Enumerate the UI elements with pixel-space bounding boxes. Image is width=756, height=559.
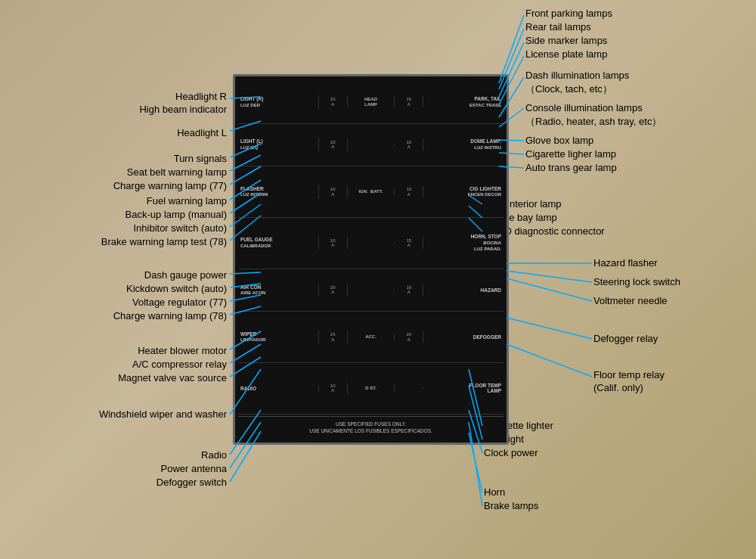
label-brake-lamps: Brake lamps	[484, 500, 538, 513]
label-headlight-l: Headlight L	[177, 127, 227, 140]
label-front-parking: Front parking lamps	[525, 8, 612, 20]
label-rear-tail: Rear tail lamps	[525, 21, 591, 34]
label-fuel-warning: Fuel warning lamp	[147, 195, 227, 208]
label-turn-signals: Turn signals	[174, 153, 227, 166]
label-dash-gauge: Dash gauge power	[144, 269, 227, 282]
label-radio-heater: （Radio, heater, ash tray, etc）	[525, 116, 662, 129]
label-radio: Radio	[201, 449, 227, 462]
label-defogger-relay: Defogger relay	[593, 333, 658, 346]
label-brake-78: Brake warning lamp test (78)	[101, 236, 227, 249]
label-charge-77: Charge warning lamp (77)	[113, 180, 227, 193]
label-voltmeter: Voltmeter needle	[593, 295, 668, 308]
label-seat-belt: Seat belt warning lamp	[127, 166, 227, 179]
label-glove-box: Glove box lamp	[525, 135, 593, 148]
label-dash-illum: Dash illumination lamps	[525, 70, 629, 82]
label-steering-lock: Steering lock switch	[593, 276, 680, 289]
label-horn: Horn	[484, 486, 505, 499]
label-clock-tach: （Clock, tach, etc）	[525, 83, 612, 96]
fuse-box: LIGHT (R)LUZ DER 10A HEADLAMP 15A PARK, …	[233, 74, 509, 445]
label-power-antenna: Power antenna	[161, 463, 227, 476]
label-hazard-flasher: Hazard flasher	[593, 257, 658, 270]
label-voltage-reg: Voltage regulator (77)	[132, 297, 227, 309]
fuse-notice: USE SPECIFIED FUSES ONLY. USE UNICAMENTE…	[238, 416, 503, 438]
label-headlight-r: Headlight RHigh beam indicator	[139, 91, 227, 116]
label-ac-relay: A/C compressor relay	[132, 359, 227, 371]
label-inhibitor: Inhibitor switch (auto)	[133, 222, 227, 235]
label-defogger-sw: Defogger switch	[156, 477, 227, 489]
label-charge-78: Charge warning lamp (78)	[113, 310, 227, 323]
label-side-marker: Side marker lamps	[525, 35, 607, 48]
label-cig-lighter-lamp: Cigarette ligher lamp	[525, 148, 616, 161]
label-license-plate: License plate lamp	[525, 48, 607, 61]
label-windshield: Windshield wiper and washer	[99, 408, 227, 421]
label-clock-power: Clock power	[484, 447, 538, 460]
label-backup-lamp: Back-up lamp (manual)	[125, 209, 227, 222]
label-heater-blower: Heater blower motor	[138, 345, 227, 358]
label-floor-temp: Floor temp relay(Calif. only)	[593, 369, 665, 395]
label-magnet-valve: Magnet valve vac source	[118, 372, 227, 385]
label-auto-trans: Auto trans gear lamp	[525, 162, 617, 175]
label-console-illum: Console illumination lamps	[525, 102, 643, 115]
label-kickdown: Kickdown switch (auto)	[126, 283, 227, 296]
